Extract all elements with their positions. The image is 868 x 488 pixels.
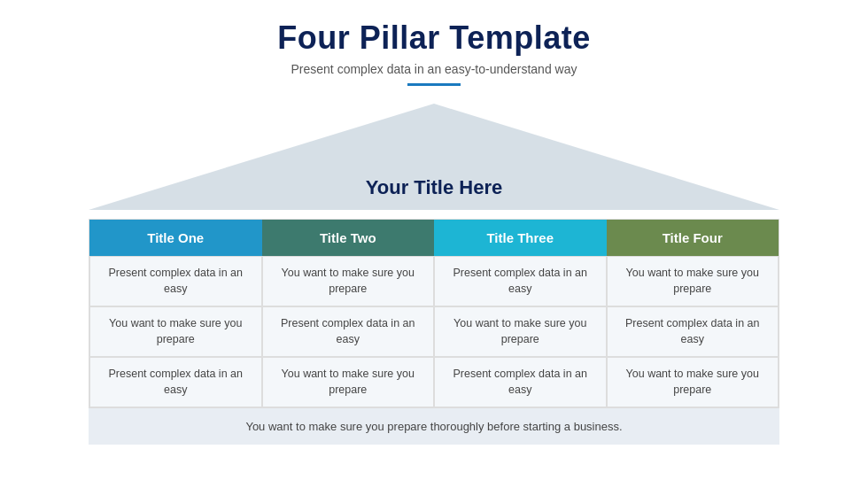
col-header-0: Title One: [89, 220, 262, 256]
table-row: You want to make sure you prepare: [262, 357, 435, 407]
pyramid-wrapper: Your Title Here: [89, 95, 779, 219]
table-row: Present complex data in an easy: [89, 357, 262, 407]
table-row: You want to make sure you prepare: [607, 256, 779, 306]
table-row: You want to make sure you prepare: [434, 306, 607, 357]
main-title: Four Pillar Template: [277, 19, 590, 57]
table-row: You want to make sure you prepare: [89, 306, 262, 357]
table-row: Present complex data in an easy: [89, 256, 262, 306]
pyramid-svg: [89, 95, 779, 219]
table-row: You want to make sure you prepare: [607, 357, 779, 407]
col-header-1: Title Two: [262, 220, 435, 256]
page: Four Pillar Template Present complex dat…: [0, 0, 868, 488]
grid-container: Title OneTitle TwoTitle ThreeTitle FourP…: [89, 219, 779, 408]
table-row: Present complex data in an easy: [262, 306, 435, 357]
pyramid-title: Your Title Here: [89, 176, 779, 199]
subtitle: Present complex data in an easy-to-under…: [277, 62, 590, 76]
table-row: Present complex data in an easy: [434, 357, 607, 407]
table-row: Present complex data in an easy: [434, 256, 607, 306]
table-row: Present complex data in an easy: [607, 306, 779, 357]
col-header-3: Title Four: [607, 220, 779, 256]
footer-text: You want to make sure you prepare thorou…: [245, 420, 622, 433]
header: Four Pillar Template Present complex dat…: [277, 0, 590, 86]
col-header-2: Title Three: [434, 220, 607, 256]
table-row: You want to make sure you prepare: [262, 256, 435, 306]
divider-line: [407, 83, 461, 86]
footer-bar: You want to make sure you prepare thorou…: [89, 408, 779, 445]
